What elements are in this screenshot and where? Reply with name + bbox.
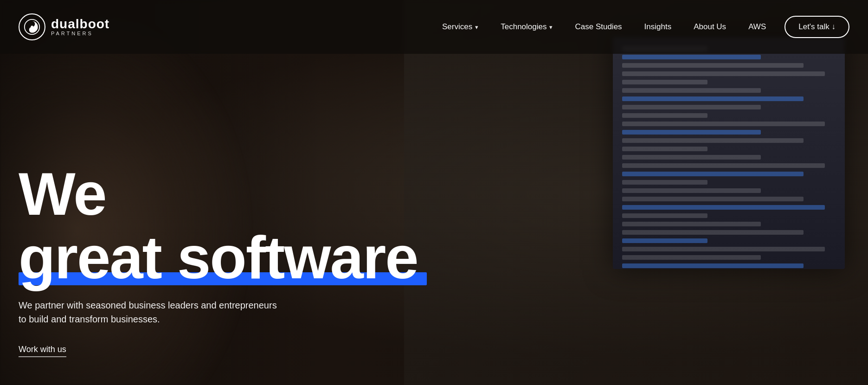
logo-svg bbox=[24, 19, 40, 35]
nav-item-aws[interactable]: AWS bbox=[739, 18, 775, 36]
code-line bbox=[622, 105, 761, 109]
code-line bbox=[622, 113, 707, 118]
code-line bbox=[622, 230, 804, 235]
code-line bbox=[622, 71, 825, 76]
logo-link[interactable]: dualboot PARTNERS bbox=[19, 13, 109, 40]
code-line bbox=[622, 222, 761, 226]
code-line bbox=[622, 163, 825, 168]
nav-label-case-studies: Case Studies bbox=[575, 22, 622, 32]
code-line bbox=[622, 247, 825, 251]
nav-link-case-studies[interactable]: Case Studies bbox=[566, 18, 631, 36]
lets-talk-label: Let's talk ↓ bbox=[798, 22, 836, 32]
desk-background bbox=[404, 0, 868, 385]
logo-brand-sub: PARTNERS bbox=[51, 31, 109, 36]
code-line bbox=[622, 63, 804, 68]
code-line bbox=[622, 130, 761, 135]
code-line bbox=[622, 263, 804, 268]
work-with-us-button[interactable]: Work with us bbox=[19, 345, 66, 357]
nav-item-technologies[interactable]: Technologies ▾ bbox=[491, 18, 562, 36]
chevron-down-icon: ▾ bbox=[549, 24, 553, 31]
code-line bbox=[622, 122, 825, 126]
nav-label-technologies: Technologies bbox=[501, 22, 547, 32]
nav-link-aws[interactable]: AWS bbox=[739, 18, 775, 36]
nav-label-about-us: About Us bbox=[694, 22, 726, 32]
nav-label-services: Services bbox=[442, 22, 472, 32]
nav-item-insights[interactable]: Insights bbox=[635, 18, 681, 36]
nav-link-services[interactable]: Services ▾ bbox=[433, 18, 488, 36]
nav-links-list: Services ▾ Technologies ▾ Case Studies I… bbox=[433, 18, 775, 36]
nav-item-about-us[interactable]: About Us bbox=[684, 18, 735, 36]
monitor-visual bbox=[613, 37, 845, 269]
work-with-us-label: Work with us bbox=[19, 345, 66, 354]
code-line bbox=[622, 180, 707, 185]
code-line bbox=[622, 80, 707, 84]
code-line bbox=[622, 147, 707, 151]
headline-line2-text: great software bbox=[19, 224, 418, 291]
nav-item-services[interactable]: Services ▾ bbox=[433, 18, 488, 36]
code-line bbox=[622, 197, 804, 201]
headline-line2: great software bbox=[19, 226, 418, 289]
code-line bbox=[622, 213, 707, 218]
headline-line1: We bbox=[19, 160, 106, 228]
nav-label-insights: Insights bbox=[644, 22, 672, 32]
code-line bbox=[622, 238, 707, 243]
nav-link-insights[interactable]: Insights bbox=[635, 18, 681, 36]
code-line bbox=[622, 138, 804, 143]
code-line bbox=[622, 155, 761, 160]
hero-section: dualboot PARTNERS Services ▾ Technologie… bbox=[0, 0, 868, 385]
nav-item-case-studies[interactable]: Case Studies bbox=[566, 18, 631, 36]
code-line bbox=[622, 205, 825, 210]
lets-talk-button[interactable]: Let's talk ↓ bbox=[784, 16, 849, 38]
code-line bbox=[622, 55, 761, 59]
chevron-down-icon: ▾ bbox=[475, 24, 478, 31]
code-line bbox=[622, 96, 804, 101]
logo-text: dualboot PARTNERS bbox=[51, 18, 109, 36]
logo-icon bbox=[19, 13, 45, 40]
nav-link-about-us[interactable]: About Us bbox=[684, 18, 735, 36]
code-line bbox=[622, 255, 761, 260]
hero-subtitle: We partner with seasoned business leader… bbox=[19, 298, 278, 326]
nav-link-technologies[interactable]: Technologies ▾ bbox=[491, 18, 562, 36]
svg-point-1 bbox=[31, 26, 33, 28]
code-line bbox=[622, 88, 761, 93]
hero-content: We great software We partner with season… bbox=[19, 162, 418, 357]
navbar: dualboot PARTNERS Services ▾ Technologie… bbox=[0, 0, 868, 54]
logo-brand-name: dualboot bbox=[51, 18, 109, 31]
hero-headline: We great software bbox=[19, 162, 418, 289]
nav-label-aws: AWS bbox=[748, 22, 766, 32]
code-line bbox=[622, 188, 761, 193]
code-line bbox=[622, 172, 804, 176]
